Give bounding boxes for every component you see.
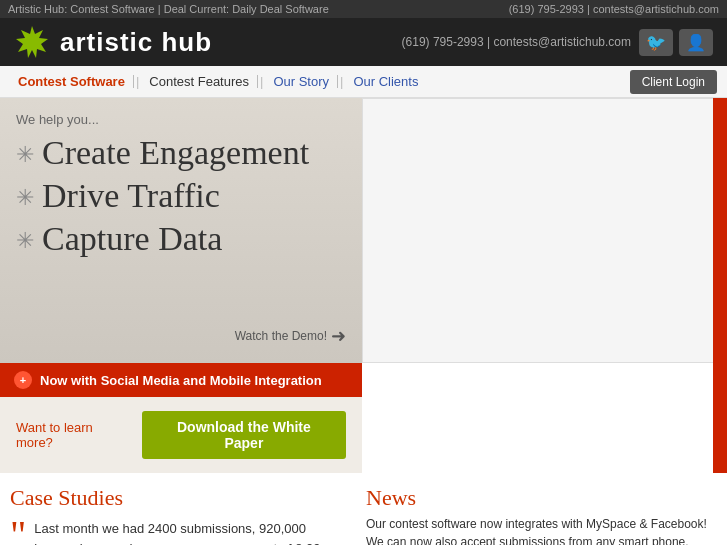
hero-item-3: ✳ Capture Data [16, 219, 346, 260]
open-quote-icon: " [10, 519, 26, 545]
arrow-right-icon: ➜ [331, 325, 346, 347]
download-white-paper-button[interactable]: Download the White Paper [142, 411, 346, 459]
watch-demo-link[interactable]: Watch the Demo! ➜ [235, 325, 346, 347]
hero-text-2: Drive Traffic [42, 176, 220, 217]
left-panel: We help you... ✳ Create Engagement ✳ Dri… [0, 98, 362, 473]
nav-contest-software[interactable]: Contest Software [10, 75, 134, 88]
nav-our-clients[interactable]: Our Clients [345, 75, 426, 88]
hero-image-area [362, 98, 727, 363]
news-text: Our contest software now integrates with… [366, 515, 717, 545]
main-content: We help you... ✳ Create Engagement ✳ Dri… [0, 98, 727, 473]
bottom-section: Case Studies " Last month we had 2400 su… [0, 473, 727, 545]
social-bar: + Now with Social Media and Mobile Integ… [0, 363, 362, 397]
social-bar-text: Now with Social Media and Mobile Integra… [40, 373, 322, 388]
hero-item-1: ✳ Create Engagement [16, 133, 346, 174]
logo-icon [14, 24, 50, 60]
bullet-1: ✳ [16, 144, 34, 166]
bullet-3: ✳ [16, 230, 34, 252]
hero-text-1: Create Engagement [42, 133, 309, 174]
case-studies-title: Case Studies [10, 485, 350, 511]
hero-item-2: ✳ Drive Traffic [16, 176, 346, 217]
nav-contest-features[interactable]: Contest Features [141, 75, 258, 88]
client-login-button[interactable]: Client Login [630, 70, 717, 94]
right-accent-bar [713, 98, 727, 473]
header-contact: (619) 795-2993 | contests@artistichub.co… [402, 35, 631, 49]
hero-text-3: Capture Data [42, 219, 222, 260]
header-icons: 🐦 👤 [639, 29, 713, 56]
social-bullet-icon: + [14, 371, 32, 389]
want-to-learn-text: Want to learn more? [16, 420, 128, 450]
right-panel [362, 98, 727, 473]
we-help-text: We help you... [16, 112, 346, 127]
top-bar-contact: (619) 795-2993 | contests@artistichub.co… [509, 3, 719, 15]
twitter-icon[interactable]: 🐦 [639, 29, 673, 56]
watch-demo-text: Watch the Demo! [235, 329, 327, 343]
quote-text: Last month we had 2400 submissions, 920,… [34, 519, 325, 545]
news-press-section: News Our contest software now integrates… [366, 485, 717, 545]
white-paper-section: Want to learn more? Download the White P… [0, 397, 362, 473]
svg-marker-0 [16, 26, 48, 58]
facebook-icon[interactable]: 👤 [679, 29, 713, 56]
header-right: (619) 795-2993 | contests@artistichub.co… [402, 29, 713, 56]
nav-links: Contest Software | Contest Features | Ou… [10, 66, 630, 97]
top-bar-title: Artistic Hub: Contest Software | Deal Cu… [8, 3, 329, 15]
nav: Contest Software | Contest Features | Ou… [0, 66, 727, 98]
header: artistic hub (619) 795-2993 | contests@a… [0, 18, 727, 66]
top-bar: Artistic Hub: Contest Software | Deal Cu… [0, 0, 727, 18]
logo-text: artistic hub [60, 27, 212, 58]
logo-area: artistic hub [14, 24, 212, 60]
quote-content: Last month we had 2400 submissions, 920,… [34, 519, 325, 545]
quote-block: " Last month we had 2400 submissions, 92… [10, 519, 350, 545]
hero-section: We help you... ✳ Create Engagement ✳ Dri… [0, 98, 362, 363]
bullet-2: ✳ [16, 187, 34, 209]
case-studies-section: Case Studies " Last month we had 2400 su… [10, 485, 350, 545]
news-title: News [366, 485, 717, 511]
nav-our-story[interactable]: Our Story [265, 75, 338, 88]
